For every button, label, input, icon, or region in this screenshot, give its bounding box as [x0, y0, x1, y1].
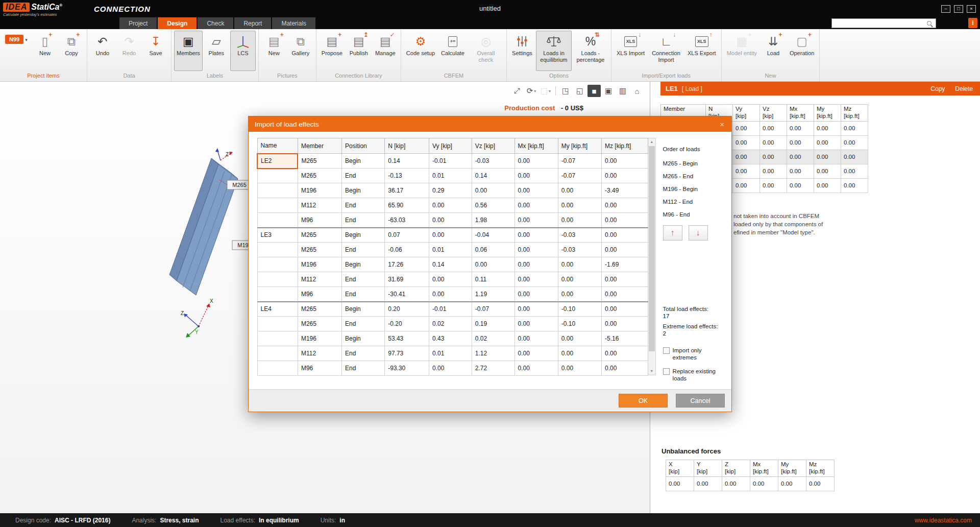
overall-check-button[interactable]: ◎Overall check	[468, 31, 504, 71]
table-row[interactable]: LE4M265Begin0.20-0.01-0.070.00-0.100.00	[257, 302, 648, 317]
search-input[interactable]	[832, 19, 927, 28]
home-view-icon[interactable]: ⌂	[630, 85, 644, 97]
ok-button[interactable]: OK	[619, 394, 668, 408]
code-setup-button[interactable]: ⚙Code setup	[404, 31, 437, 71]
view-wireframe-icon[interactable]: ▥	[616, 85, 629, 97]
checkbox[interactable]	[663, 368, 670, 375]
checkbox-import-only-extremes[interactable]: Import only extremes	[663, 347, 725, 362]
redo-button[interactable]: ↷Redo	[116, 31, 142, 71]
new-picture-button[interactable]: ▤+New	[261, 31, 287, 71]
order-item[interactable]: M96 - End	[663, 208, 725, 221]
zoom-fit-icon[interactable]: ⤢	[510, 85, 524, 97]
table-row[interactable]: LE3M265Begin0.070.00-0.040.00-0.030.00	[257, 228, 648, 243]
member-label-m265[interactable]: M265	[232, 182, 247, 188]
minimize-icon[interactable]: –	[941, 5, 950, 13]
tab-materials[interactable]: Materials	[272, 17, 315, 29]
ribbon-group: ▤+New⧉GalleryPictures	[259, 29, 316, 81]
column-header: Vz[kip]	[760, 105, 787, 122]
plates-labels-button[interactable]: ▱Plates	[204, 31, 229, 71]
delete-load-button[interactable]: Delete	[955, 85, 973, 92]
tab-check[interactable]: Check	[198, 17, 233, 29]
scroll-down-icon[interactable]: ▼	[648, 368, 655, 375]
maximize-icon[interactable]: □	[954, 5, 963, 13]
view-solid-icon[interactable]: ■	[587, 85, 601, 97]
operation-button[interactable]: ▢+Operation	[787, 31, 817, 71]
search-icon[interactable]	[927, 21, 932, 26]
table-row[interactable]: M265End-0.060.010.060.00-0.030.00	[257, 243, 648, 257]
settings-button[interactable]: Settings	[509, 31, 535, 71]
table-row[interactable]: M196Begin36.170.290.000.000.00-3.49	[257, 183, 648, 198]
view-transparent-icon[interactable]: ▣	[602, 85, 615, 97]
help-button[interactable]: i	[968, 18, 977, 28]
status-bar: Design code:AISC - LRFD (2016)Analysis:S…	[0, 513, 980, 527]
table-row[interactable]: M96End-63.030.001.980.000.000.00	[257, 213, 648, 228]
order-item[interactable]: M112 - End	[663, 196, 725, 208]
gallery-button[interactable]: ⧉Gallery	[288, 31, 313, 71]
rotate-view-icon[interactable]: ⟳▾	[525, 85, 538, 97]
table-row[interactable]: M96End-93.300.002.720.000.000.00	[257, 361, 648, 376]
table-row[interactable]: M112End65.900.000.560.000.000.00	[257, 198, 648, 213]
new-project-button[interactable]: ▯+New	[32, 31, 58, 71]
copy-load-button[interactable]: Copy	[930, 85, 945, 92]
selection-mode-icon[interactable]: ⬚▾	[539, 85, 552, 97]
order-item[interactable]: M265 - End	[663, 170, 725, 183]
table-row[interactable]: LE2M265Begin0.14-0.01-0.030.00-0.070.00	[257, 154, 648, 169]
tab-project[interactable]: Project	[119, 17, 157, 29]
model-entity-button[interactable]: ▦+Model entity	[724, 31, 760, 71]
project-selector-button[interactable]: N99▾	[3, 31, 31, 71]
status-item: Analysis:Stress, strain	[132, 517, 199, 524]
load-button[interactable]: ⇊+Load	[761, 31, 786, 71]
xls-export-button[interactable]: XLS↑XLS Export	[685, 31, 719, 71]
column-header: Y[kip]	[694, 460, 722, 477]
xls-import-button[interactable]: XLS↓XLS Import	[614, 31, 647, 71]
members-labels-button[interactable]: ▣Members	[174, 31, 203, 71]
scrollbar-thumb[interactable]	[649, 146, 655, 351]
connection-import-button[interactable]: ∟↓Connection Import	[648, 31, 684, 71]
table-row: 0.000.000.000.000.000.00	[666, 476, 835, 491]
order-item[interactable]: M196 - Begin	[663, 183, 725, 196]
cell: 0.00	[601, 272, 648, 287]
table-row[interactable]: M196Begin17.260.140.000.000.00-1.69	[257, 257, 648, 272]
undo-button[interactable]: ↶Undo	[90, 31, 115, 71]
view-top-icon[interactable]: ◱	[573, 85, 586, 97]
search-box	[831, 18, 936, 28]
column-header: Mx[kip.ft]	[787, 105, 814, 122]
manage-button[interactable]: ▤✓Manage	[373, 31, 398, 71]
ribbon-button-label: Model entity	[727, 50, 757, 57]
cell: 0.00	[733, 135, 760, 150]
import-load-effects-dialog: Import of load effects × NameMemberPosit…	[248, 116, 732, 412]
table-row[interactable]: M265End-0.130.010.140.00-0.070.00	[257, 169, 648, 183]
ribbon-button-label: Loads - percentage	[575, 50, 606, 63]
website-link[interactable]: www.ideastatica.com	[915, 517, 972, 524]
cancel-button[interactable]: Cancel	[676, 394, 725, 408]
close-icon[interactable]: ×	[967, 5, 976, 13]
table-row[interactable]: M112End97.730.011.120.000.000.00	[257, 346, 648, 361]
tab-design[interactable]: Design	[158, 17, 197, 29]
save-button[interactable]: ↧Save	[143, 31, 168, 71]
calculate-button[interactable]: +=Calculate	[438, 31, 467, 71]
lcs-labels-button[interactable]: LCS	[230, 31, 256, 71]
view-axonometry-icon[interactable]: ◳	[559, 85, 572, 97]
propose-button[interactable]: ▤+Propose	[319, 31, 345, 71]
copy-project-button[interactable]: ⧉+Copy	[59, 31, 84, 71]
scroll-up-icon[interactable]: ▲	[648, 138, 655, 146]
dialog-titlebar[interactable]: Import of load effects ×	[249, 116, 731, 132]
loads-percentage-button[interactable]: %⇅Loads - percentage	[573, 31, 608, 71]
table-row[interactable]: M96End-30.410.001.190.000.000.00	[257, 287, 648, 302]
table-row[interactable]: M265End-0.200.020.190.00-0.100.00	[257, 317, 648, 331]
table-row[interactable]: M112End31.690.000.110.000.000.00	[257, 272, 648, 287]
dialog-close-icon[interactable]: ×	[719, 120, 725, 129]
column-header: N [kip]	[385, 138, 429, 154]
ribbon-button-label: Settings	[512, 50, 532, 57]
table-row[interactable]: M196Begin53.430.430.020.000.00-5.16	[257, 331, 648, 346]
checkbox[interactable]	[663, 347, 670, 354]
tab-report[interactable]: Report	[234, 17, 271, 29]
loads-in-equilibrium-button[interactable]: Loads in equilibrium	[536, 31, 572, 71]
move-down-button[interactable]: ↓	[689, 225, 708, 241]
table-scrollbar[interactable]: ▲ ▼	[648, 138, 656, 375]
publish-button[interactable]: ▤↥Publish	[346, 31, 372, 71]
checkbox-replace-existing-loads[interactable]: Replace existing loads	[663, 368, 725, 382]
move-up-button[interactable]: ↑	[663, 225, 682, 241]
status-value: AISC - LRFD (2016)	[55, 517, 110, 524]
order-item[interactable]: M265 - Begin	[663, 157, 725, 170]
